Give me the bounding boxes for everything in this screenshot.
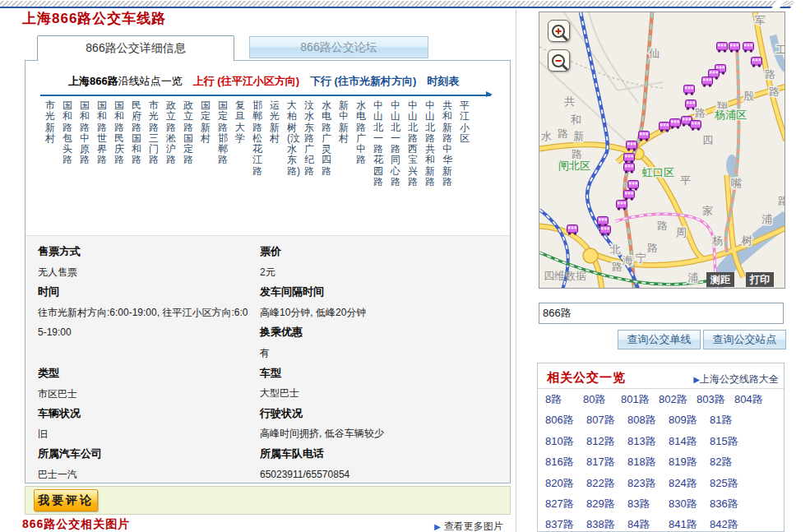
station-item[interactable]: 新中新村 (339, 100, 354, 187)
bus-route-link[interactable]: 819路 (669, 451, 710, 472)
bus-route-link[interactable]: 827路 (545, 493, 586, 514)
direction-down-link[interactable]: 下行 (往市光新村方向) (310, 74, 416, 89)
bus-route-link[interactable]: 816路 (545, 451, 586, 472)
station-item[interactable]: 中山北路西宝兴路 (408, 100, 424, 187)
bus-route-link[interactable]: 8路 (545, 389, 583, 409)
road-label: 宁 (636, 252, 646, 264)
map-print-button[interactable]: 打印 (746, 272, 774, 287)
bus-route-link[interactable]: 842路 (710, 514, 751, 532)
bus-route-link[interactable]: 804路 (734, 389, 772, 409)
station-item[interactable]: 中山北路共和新路 (425, 100, 441, 187)
bus-route-link[interactable]: 806路 (545, 409, 586, 430)
station-item[interactable]: 水电路广中路 (356, 100, 372, 187)
bus-route-link[interactable]: 829路 (586, 493, 627, 514)
station-item[interactable]: 邯郸路松花江路 (252, 100, 268, 187)
more-photos-link[interactable]: ▶查看更多图片 (434, 520, 503, 532)
bus-route-link[interactable]: 836路 (710, 493, 751, 514)
station-item[interactable]: 国和路包头路 (62, 100, 78, 187)
info-value: 巴士一汽 (38, 465, 250, 485)
station-item[interactable]: 大柏树(汶水东路) (287, 100, 303, 187)
bus-route-link[interactable]: 801路 (621, 389, 659, 409)
related-bus-row: 806路807路808路809路81路 (545, 409, 784, 430)
station-item[interactable]: 国和路世界路 (97, 100, 113, 187)
bus-stop-icon[interactable] (729, 43, 740, 53)
bus-route-link[interactable]: 822路 (586, 473, 627, 493)
direction-up-link[interactable]: 上行 (往平江小区方向) (193, 74, 299, 89)
bus-route-link[interactable]: 83路 (627, 493, 669, 514)
info-pair: 发车间隔时间高峰10分钟, 低峰20分钟 (260, 282, 502, 322)
bus-stop-icon[interactable] (702, 77, 713, 87)
station-item[interactable]: 运光新村 (270, 100, 285, 187)
bus-route-link[interactable]: 825路 (710, 473, 751, 493)
bus-route-link[interactable]: 838路 (586, 514, 627, 532)
tab-bus-forum[interactable]: 866路公交论坛 (249, 36, 428, 58)
bus-route-link[interactable]: 812路 (586, 431, 627, 451)
bus-route-link[interactable]: 841路 (669, 514, 710, 532)
station-item[interactable]: 国和路民庆路 (114, 100, 130, 187)
bus-stop-icon[interactable] (624, 164, 635, 173)
road-label: 路 (612, 261, 623, 273)
station-item[interactable]: 复旦大学 (235, 100, 251, 187)
bus-route-link[interactable]: 814路 (669, 431, 710, 451)
bus-route-link[interactable]: 837路 (545, 514, 586, 532)
bus-stop-icon[interactable] (617, 201, 627, 210)
bus-route-link[interactable]: 803路 (697, 389, 734, 409)
bus-route-link[interactable]: 818路 (627, 451, 669, 472)
all-lines-link[interactable]: ▶上海公交线路大全 (693, 372, 779, 386)
station-item[interactable]: 水电路广灵四路 (322, 100, 337, 187)
query-bus-line-button[interactable]: 查询公交单线 (618, 330, 701, 349)
comment-button[interactable]: 我要评论 (34, 489, 98, 511)
bus-stop-icon[interactable] (752, 58, 762, 67)
related-bus-links: 8路80路801路802路803路804路806路807路808路809路81路… (545, 389, 784, 532)
bus-route-link[interactable]: 807路 (586, 409, 627, 430)
road-label: 殷 (743, 90, 754, 102)
station-item[interactable]: 市光路三门路 (149, 100, 164, 187)
station-item[interactable]: 政立路国定路 (183, 100, 199, 187)
station-item[interactable]: 国和路中原路 (80, 100, 95, 187)
station-item[interactable]: 民府路国和路 (132, 100, 147, 187)
station-item[interactable]: 共和新路中华新路 (442, 100, 458, 187)
bus-route-link[interactable]: 802路 (659, 389, 697, 409)
map-measure-button[interactable]: 测距 (706, 272, 734, 287)
bus-route-link[interactable]: 817路 (586, 451, 627, 472)
bus-stop-icon[interactable] (624, 191, 635, 201)
station-item[interactable]: 国定路邯郸路 (218, 100, 234, 187)
bus-route-link[interactable]: 810路 (545, 431, 586, 451)
station-item[interactable]: 汶水东路广纪路 (304, 100, 320, 187)
stations-header: 上海866路沿线站点一览 上行 (往平江小区方向) 下行 (往市光新村方向) 时… (68, 74, 459, 89)
road-label: 平 (680, 174, 691, 187)
bus-stop-icon[interactable] (743, 43, 754, 53)
station-item[interactable]: 中山北一路同心路 (391, 100, 406, 187)
station-item[interactable]: 市光新村 (45, 100, 61, 187)
map-zoom-out-button[interactable] (548, 49, 570, 72)
bus-route-link[interactable]: 824路 (669, 473, 710, 493)
bus-route-link[interactable]: 808路 (627, 409, 669, 430)
bus-search-input[interactable] (539, 303, 784, 324)
query-bus-stop-button[interactable]: 查询公交站点 (703, 330, 786, 349)
bus-route-link[interactable]: 815路 (710, 431, 751, 451)
related-bus-row: 810路812路813路814路815路 (545, 431, 784, 451)
tab-bus-detail[interactable]: 866路公交详细信息 (37, 35, 234, 61)
bus-stop-icon[interactable] (691, 121, 701, 131)
bus-stop-icon[interactable] (628, 181, 639, 191)
bus-stop-icon[interactable] (598, 217, 609, 227)
bus-route-link[interactable]: 809路 (669, 409, 710, 430)
station-item[interactable]: 平江小区 (460, 100, 475, 187)
bus-route-link[interactable]: 84路 (627, 514, 669, 532)
bus-route-link[interactable]: 830路 (669, 493, 710, 514)
bus-route-link[interactable]: 820路 (545, 473, 586, 493)
bus-stop-icon[interactable] (670, 119, 681, 129)
bus-route-link[interactable]: 80路 (583, 389, 621, 409)
bus-stop-icon[interactable] (717, 43, 728, 53)
station-item[interactable]: 国定新村 (201, 100, 216, 187)
bus-route-link[interactable]: 81路 (710, 409, 751, 430)
bus-route-link[interactable]: 813路 (627, 431, 669, 451)
timetable-link[interactable]: 时刻表 (427, 74, 459, 89)
bus-stop-icon[interactable] (684, 86, 695, 95)
station-item[interactable]: 政立路淞沪路 (166, 100, 182, 187)
route-map[interactable]: 军工路殷路仙翔路杨浦区四共和新路水路闸北区虹口区平嘴家浦路周杨树路路北海宁路浦 … (539, 12, 785, 289)
bus-route-link[interactable]: 823路 (627, 473, 669, 493)
map-zoom-in-button[interactable] (548, 20, 570, 42)
station-item[interactable]: 中山北一路花园路 (373, 100, 389, 187)
bus-route-link[interactable]: 82路 (710, 451, 751, 472)
